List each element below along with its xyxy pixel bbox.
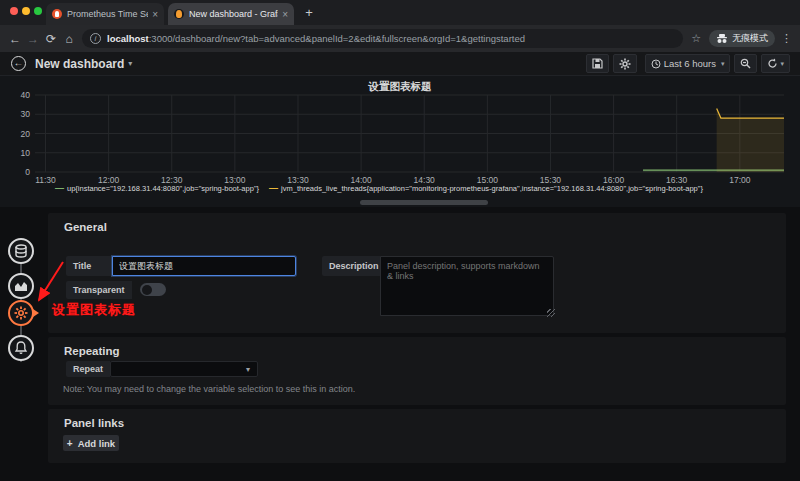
incognito-icon bbox=[716, 34, 728, 44]
textarea-resize-grip[interactable] bbox=[547, 309, 555, 317]
dashboard-title-caret-icon[interactable]: ▾ bbox=[128, 59, 132, 68]
add-link-button[interactable]: + Add link bbox=[63, 435, 119, 451]
legend-series-swatch: — bbox=[55, 183, 64, 193]
tab-queries[interactable] bbox=[8, 238, 34, 264]
browser-toolbar: ← → ⟳ ⌂ i localhost:3000/dashboard/new?t… bbox=[0, 25, 800, 52]
repeating-heading: Repeating bbox=[48, 337, 786, 357]
repeating-section: Repeating Repeat ▾ Note: You may need to… bbox=[48, 337, 786, 405]
panel-resize-handle[interactable] bbox=[360, 200, 488, 205]
legend-series-name: up{instance="192.168.31.44:8080",job="sp… bbox=[67, 184, 259, 193]
panel-links-heading: Panel links bbox=[48, 409, 786, 429]
grafana-navbar: ← New dashboard ▾ bbox=[0, 52, 800, 75]
svg-text:11:30: 11:30 bbox=[35, 175, 56, 185]
transparent-label: Transparent bbox=[66, 281, 132, 299]
screen: Prometheus Time Series Colle × New dashb… bbox=[0, 0, 800, 481]
window-close-button[interactable] bbox=[10, 7, 18, 15]
browser-tab-prometheus[interactable]: Prometheus Time Series Colle × bbox=[46, 3, 164, 25]
toggle-knob bbox=[142, 285, 152, 295]
gear-icon bbox=[619, 58, 631, 70]
title-field-label: Title bbox=[66, 256, 112, 276]
tab-alert[interactable] bbox=[8, 335, 34, 361]
legend-series-name: jvm_threads_live_threads{application="mo… bbox=[281, 184, 703, 193]
time-picker-button[interactable]: Last 6 hours ▾ bbox=[645, 54, 731, 73]
tab-title: Prometheus Time Series Colle bbox=[67, 9, 148, 19]
repeat-caret-icon: ▾ bbox=[246, 365, 250, 374]
bookmark-star-icon[interactable]: ☆ bbox=[691, 32, 701, 45]
svg-text:40: 40 bbox=[21, 90, 31, 100]
browser-tabstrip: Prometheus Time Series Colle × New dashb… bbox=[0, 0, 800, 25]
alert-bell-icon bbox=[14, 341, 28, 355]
forward-icon[interactable]: → bbox=[24, 32, 42, 46]
dashboard-back-button[interactable]: ← bbox=[11, 56, 26, 71]
description-label: Description bbox=[322, 256, 380, 276]
repeat-label: Repeat bbox=[66, 361, 110, 377]
time-picker-caret-icon: ▾ bbox=[721, 60, 725, 68]
general-section: General Title Transparent Description bbox=[48, 213, 786, 333]
browser-tab-grafana[interactable]: New dashboard - Grafana × bbox=[168, 3, 294, 25]
incognito-badge: 无痕模式 bbox=[709, 30, 775, 47]
dashboard-title[interactable]: New dashboard bbox=[35, 57, 124, 71]
description-textarea[interactable] bbox=[380, 256, 554, 316]
plus-icon: + bbox=[67, 438, 73, 449]
queries-icon bbox=[14, 244, 28, 258]
new-tab-button[interactable]: + bbox=[301, 5, 317, 21]
url-text: localhost:3000/dashboard/new?tab=advance… bbox=[107, 33, 525, 44]
svg-text:30: 30 bbox=[21, 109, 31, 119]
reload-icon[interactable]: ⟳ bbox=[42, 32, 60, 46]
url-path: :3000/dashboard/new?tab=advanced&panelId… bbox=[149, 33, 525, 44]
incognito-label: 无痕模式 bbox=[732, 32, 768, 45]
chart-legend: —up{instance="192.168.31.44:8080",job="s… bbox=[55, 183, 713, 193]
tab-general[interactable] bbox=[8, 300, 34, 326]
repeat-select[interactable]: ▾ bbox=[110, 361, 258, 377]
svg-text:17:00: 17:00 bbox=[729, 175, 751, 185]
tab-close-icon[interactable]: × bbox=[282, 9, 288, 20]
general-heading: General bbox=[48, 213, 786, 233]
window-zoom-button[interactable] bbox=[34, 7, 42, 15]
refresh-icon bbox=[767, 58, 778, 69]
legend-item[interactable]: —up{instance="192.168.31.44:8080",job="s… bbox=[55, 183, 259, 193]
svg-text:0: 0 bbox=[25, 167, 30, 177]
legend-item[interactable]: —jvm_threads_live_threads{application="m… bbox=[269, 183, 703, 193]
save-icon bbox=[592, 58, 603, 69]
general-gear-icon bbox=[14, 306, 28, 320]
repeating-note: Note: You may need to change the variabl… bbox=[63, 384, 355, 394]
home-icon[interactable]: ⌂ bbox=[60, 32, 78, 46]
panel-title-input[interactable] bbox=[112, 256, 296, 276]
site-info-icon[interactable]: i bbox=[90, 33, 101, 44]
tab-title: New dashboard - Grafana bbox=[189, 9, 278, 19]
panel-edit-area: 设置图表标题 General Title Transparent Descrip… bbox=[0, 207, 800, 481]
legend-series-swatch: — bbox=[269, 183, 278, 193]
zoom-out-icon bbox=[740, 58, 751, 69]
graph-panel: 设置图表标题 01020304011:3012:0012:3013:0013:3… bbox=[0, 75, 800, 207]
address-bar[interactable]: i localhost:3000/dashboard/new?tab=advan… bbox=[82, 29, 683, 48]
tab-visualization[interactable] bbox=[8, 273, 34, 299]
active-tab-pointer bbox=[33, 309, 39, 317]
prometheus-favicon bbox=[52, 9, 62, 19]
window-minimize-button[interactable] bbox=[22, 7, 30, 15]
back-icon[interactable]: ← bbox=[6, 32, 24, 46]
add-link-label: Add link bbox=[78, 438, 115, 449]
url-host: localhost bbox=[107, 33, 149, 44]
clock-icon bbox=[651, 59, 661, 69]
annotation-text: 设置图表标题 bbox=[52, 301, 136, 319]
grafana-favicon bbox=[174, 9, 184, 19]
refresh-button[interactable]: ▾ bbox=[761, 54, 790, 73]
zoom-out-button[interactable] bbox=[734, 54, 757, 73]
svg-text:10: 10 bbox=[21, 148, 31, 158]
time-range-label: Last 6 hours bbox=[664, 58, 716, 69]
refresh-caret-icon: ▾ bbox=[780, 60, 784, 68]
svg-text:20: 20 bbox=[21, 129, 31, 139]
time-series-chart[interactable]: 01020304011:3012:0012:3013:0013:3014:001… bbox=[0, 76, 800, 191]
save-dashboard-button[interactable] bbox=[586, 54, 609, 73]
browser-menu-icon[interactable]: ⋮ bbox=[781, 32, 792, 45]
tab-close-icon[interactable]: × bbox=[152, 9, 158, 20]
panel-links-section: Panel links + Add link bbox=[48, 409, 786, 463]
visualization-icon bbox=[14, 279, 28, 293]
transparent-toggle[interactable] bbox=[140, 283, 166, 296]
dashboard-settings-button[interactable] bbox=[613, 54, 637, 73]
